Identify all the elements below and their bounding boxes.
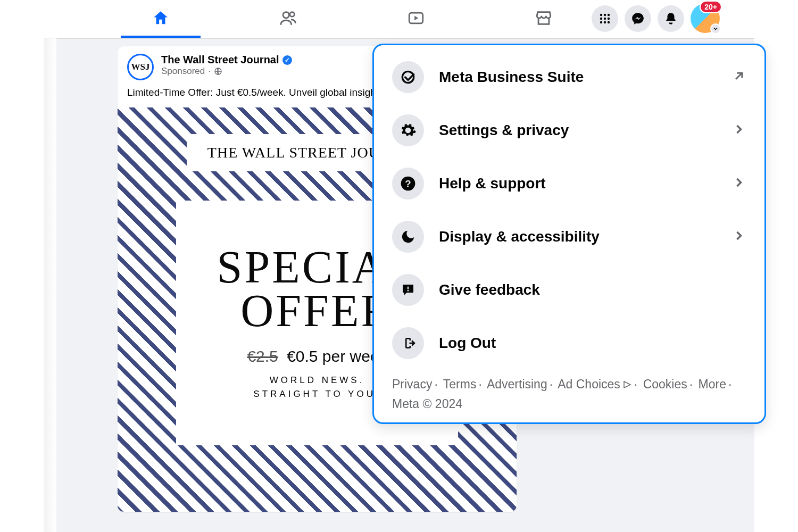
footer-link-more[interactable]: More [699,377,726,391]
external-link-icon [732,69,746,86]
menu-footer-links: Privacy· Terms· Advertising· Ad Choices·… [379,370,759,413]
home-icon [152,9,170,27]
footer-copyright: Meta © 2024 [392,397,462,411]
footer-link-privacy[interactable]: Privacy [392,377,432,391]
feedback-icon [392,274,424,306]
svg-point-12 [604,21,606,23]
menu-label: Display & accessibility [439,228,717,245]
ad-tagline-1: WORLD NEWS. [270,375,365,386]
notifications-button[interactable] [658,5,684,32]
menu-item-give-feedback[interactable]: Give feedback [379,263,759,317]
friends-icon [279,9,297,27]
svg-point-0 [283,12,289,18]
post-author-avatar[interactable]: WSJ [127,54,154,80]
menu-item-meta-business-suite[interactable]: Meta Business Suite [379,51,759,104]
menu-grid-button[interactable] [592,5,618,32]
menu-label: Settings & privacy [439,122,717,139]
footer-link-advertising[interactable]: Advertising [487,377,547,391]
nav-marketplace[interactable] [504,0,584,38]
bell-icon [664,12,678,26]
moon-icon [392,221,424,253]
svg-point-13 [608,21,610,23]
post-author-name[interactable]: The Wall Street Journal ✓ [161,54,292,66]
notifications-badge: 20+ [700,1,722,13]
menu-item-settings-privacy[interactable]: Settings & privacy [379,104,759,157]
column-shadow [44,38,56,532]
svg-point-10 [608,17,610,19]
menu-label: Help & support [439,175,717,192]
footer-link-cookies[interactable]: Cookies [643,377,687,391]
verified-badge-icon: ✓ [282,55,292,65]
nav-watch[interactable] [376,0,456,38]
svg-text:?: ? [405,178,411,189]
footer-link-terms[interactable]: Terms [443,377,477,391]
profile-avatar-button[interactable]: 20+ [691,4,720,33]
menu-item-log-out[interactable]: Log Out [379,317,759,370]
svg-point-6 [604,13,606,15]
svg-point-8 [600,17,602,19]
chevron-right-icon [732,122,746,139]
meta-business-suite-icon [392,61,424,93]
svg-point-9 [604,17,606,19]
logout-icon [392,327,424,359]
ad-tagline-2: STRAIGHT TO YOU. [253,389,380,400]
globe-icon [214,67,222,76]
menu-label: Give feedback [439,281,746,298]
svg-point-1 [290,12,295,16]
menu-label: Log Out [439,335,746,352]
messenger-icon [631,12,645,26]
post-meta: Sponsored · [161,66,292,77]
footer-link-ad-choices[interactable]: Ad Choices [558,377,632,391]
chevron-right-icon [732,175,746,192]
menu-item-help-support[interactable]: ? Help & support [379,157,759,210]
chevron-down-icon [712,26,719,32]
gear-icon [392,114,424,146]
top-right-controls: 20+ [592,4,720,33]
nav-home[interactable] [121,0,201,38]
menu-item-display-accessibility[interactable]: Display & accessibility [379,210,759,263]
help-icon: ? [392,168,424,200]
watch-icon [407,9,425,27]
chevron-right-icon [732,228,746,245]
svg-point-5 [600,13,602,15]
adchoices-icon [622,376,632,395]
menu-label: Meta Business Suite [439,69,717,86]
top-nav-bar: 20+ [44,0,754,38]
ad-old-price: €2.5 [247,347,278,365]
marketplace-icon [535,9,553,27]
grid-icon [598,12,611,25]
messenger-button[interactable] [625,5,651,32]
sponsored-label[interactable]: Sponsored [161,66,205,77]
svg-rect-18 [408,287,409,289]
account-dropdown-menu: Meta Business Suite Settings & privacy ?… [372,44,766,424]
avatar-chevron [710,23,721,34]
nav-friends[interactable] [248,0,328,38]
svg-point-11 [600,21,602,23]
svg-rect-19 [408,290,409,292]
svg-point-7 [608,13,610,15]
